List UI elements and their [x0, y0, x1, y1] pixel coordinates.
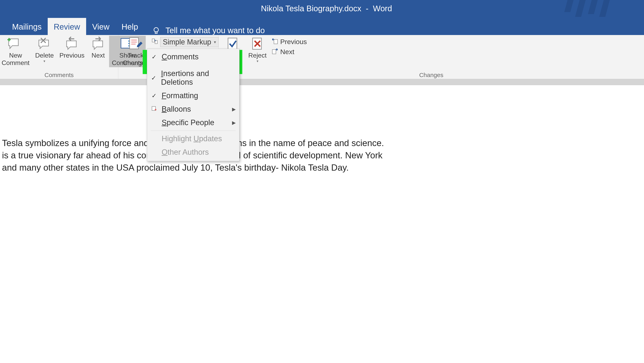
track-changes-icon: [128, 36, 144, 51]
previous-comment-icon: [64, 36, 80, 51]
new-comment-label-1: New: [9, 52, 22, 59]
next-change-button[interactable]: Next: [270, 47, 309, 56]
delete-comment-label: Delete: [35, 52, 54, 59]
changes-group-label: Changes: [220, 72, 642, 79]
show-markup-menu: ✓ Comments ✓ Insertions and Deletions ✓ …: [147, 49, 240, 161]
menu-item-label: Highlight Updates: [162, 134, 222, 143]
menu-item-formatting[interactable]: ✓ Formatting: [147, 89, 239, 102]
lightbulb-icon: [152, 26, 160, 34]
menu-item-insertions-deletions[interactable]: ✓ Insertions and Deletions: [147, 67, 239, 89]
checkmark-icon: ✓: [151, 53, 157, 60]
menu-item-other-authors: Other Authors: [147, 146, 239, 159]
new-comment-label-2: Comment: [2, 59, 30, 66]
new-comment-button[interactable]: New Comment: [0, 36, 32, 67]
ribbon-group-comments: New Comment Delete ▾ Previous N: [0, 35, 118, 79]
display-for-review-icon: [151, 38, 158, 46]
ribbon-group-changes: Accept ▾ Reject ▾ Previous: [218, 35, 644, 79]
tab-mailings[interactable]: Mailings: [6, 18, 48, 35]
track-changes-label-1: Track: [128, 52, 144, 59]
next-change-label: Next: [280, 48, 294, 56]
display-for-review-select[interactable]: Simple Markup ▾: [160, 37, 218, 47]
svg-point-24: [155, 109, 156, 110]
svg-rect-14: [152, 39, 154, 42]
balloons-icon: [151, 106, 157, 113]
delete-dropdown-icon: ▾: [44, 59, 45, 64]
tab-help[interactable]: Help: [116, 18, 144, 35]
previous-change-label: Previous: [280, 38, 307, 46]
delete-comment-icon: [36, 36, 52, 51]
reject-label: Reject: [248, 52, 267, 59]
menu-item-balloons[interactable]: Balloons ▶: [147, 102, 239, 116]
app-name: Word: [373, 4, 392, 13]
chevron-down-icon: ▾: [214, 40, 216, 44]
tell-me-search[interactable]: Tell me what you want to do: [144, 26, 265, 35]
menu-separator: [151, 130, 236, 131]
menu-item-highlight-updates: Highlight Updates: [147, 132, 239, 146]
svg-rect-1: [575, 0, 586, 18]
menu-item-specific-people[interactable]: Specific People ▶: [147, 116, 239, 130]
reject-icon: [249, 36, 266, 51]
document-page[interactable]: Tesla symbolizes a unifying force and in…: [0, 85, 644, 363]
submenu-arrow-icon: ▶: [232, 106, 236, 112]
svg-rect-15: [155, 40, 158, 44]
display-for-review-value: Simple Markup: [163, 38, 211, 46]
menu-item-label: Balloons: [162, 105, 191, 114]
ribbon-tabs: Mailings Review View Help Tell me what y…: [0, 17, 644, 35]
svg-rect-5: [155, 32, 157, 34]
document-area: Tesla symbolizes a unifying force and in…: [0, 79, 644, 363]
checkmark-icon: ✓: [151, 74, 156, 82]
previous-change-button[interactable]: Previous: [270, 37, 309, 46]
delete-comment-button[interactable]: Delete ▾: [32, 36, 57, 64]
tab-view[interactable]: View: [86, 18, 116, 35]
previous-change-icon: [272, 38, 278, 46]
svg-rect-0: [564, 0, 574, 12]
menu-item-label: Insertions and Deletions: [161, 69, 236, 86]
reject-dropdown-icon: ▾: [256, 59, 258, 64]
new-comment-icon: [8, 36, 24, 51]
tab-review[interactable]: Review: [48, 18, 86, 35]
svg-rect-21: [274, 40, 278, 44]
document-line: and many other states in the USA proclai…: [0, 162, 644, 174]
document-line: is a true visionary far ahead of his con…: [0, 150, 644, 162]
menu-item-label: Formatting: [162, 91, 198, 100]
comments-group-label: Comments: [2, 72, 116, 79]
tell-me-label: Tell me what you want to do: [166, 26, 265, 35]
checkmark-icon: ✓: [151, 92, 157, 99]
menu-item-label: Comments: [162, 52, 199, 61]
document-line: Tesla symbolizes a unifying force and in…: [0, 138, 644, 150]
previous-comment-label: Previous: [59, 52, 84, 59]
next-comment-icon: [90, 36, 106, 51]
svg-rect-2: [588, 0, 598, 14]
menu-item-label: Specific People: [162, 118, 214, 127]
menu-item-label: Other Authors: [162, 148, 209, 156]
ribbon: New Comment Delete ▾ Previous N: [0, 35, 644, 79]
menu-item-comments[interactable]: ✓ Comments: [147, 50, 239, 64]
reject-button[interactable]: Reject ▾: [246, 36, 270, 64]
submenu-arrow-icon: ▶: [232, 120, 236, 126]
title-separator: -: [361, 4, 373, 13]
svg-rect-19: [228, 38, 237, 49]
next-change-icon: [272, 48, 278, 56]
title-bar: Nikola Tesla Biography.docx - Word: [0, 0, 644, 17]
document-filename: Nikola Tesla Biography.docx: [261, 4, 362, 13]
next-comment-label: Next: [92, 52, 105, 59]
previous-comment-button[interactable]: Previous: [56, 36, 87, 60]
next-comment-button[interactable]: Next: [87, 36, 109, 60]
svg-rect-22: [272, 50, 276, 54]
svg-point-4: [154, 28, 158, 32]
